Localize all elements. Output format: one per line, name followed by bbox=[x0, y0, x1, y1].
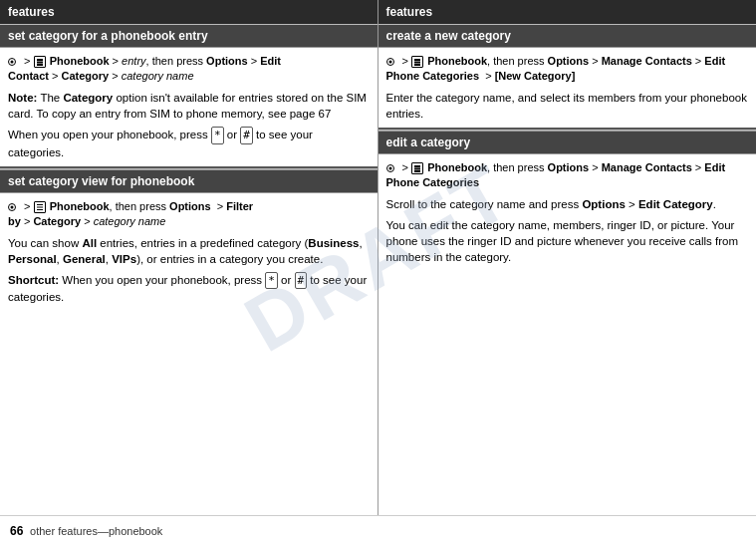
right-column-header: features bbox=[378, 0, 757, 24]
set-category-view-section: set category view for phonebook > Phoneb… bbox=[0, 168, 378, 312]
edit-category-scroll: Scroll to the category name and press Op… bbox=[386, 196, 749, 212]
set-category-entry-section: set category for a phonebook entry > Pho… bbox=[0, 24, 378, 166]
phonebook-icon bbox=[34, 56, 46, 68]
phonebook-icon-3 bbox=[411, 56, 423, 68]
set-category-view-header: set category view for phonebook bbox=[0, 169, 378, 193]
left-panel: features set category for a phonebook en… bbox=[0, 0, 378, 515]
hash-key-2: # bbox=[295, 272, 308, 289]
edit-category-nav: > Phonebook, then press Options > Manage… bbox=[386, 160, 749, 191]
set-category-entry-header: set category for a phonebook entry bbox=[0, 25, 378, 48]
edit-category-desc: You can edit the category name, members,… bbox=[386, 217, 749, 265]
set-category-view-nav: > Phonebook, then press Options > Filter… bbox=[8, 199, 370, 230]
nav-bullet-4 bbox=[386, 164, 394, 172]
set-category-view-desc: You can show All entries, entries in a p… bbox=[8, 235, 370, 267]
set-category-entry-note: Note: The Category option isn't availabl… bbox=[8, 90, 370, 122]
page: DRAFT features set category for a phoneb… bbox=[0, 0, 756, 545]
create-category-nav: > Phonebook, then press Options > Manage… bbox=[386, 54, 749, 85]
create-category-section: create a new category > Phonebook, then … bbox=[378, 24, 757, 128]
phonebook-icon-2 bbox=[34, 201, 46, 213]
left-column-header: features bbox=[0, 0, 378, 24]
phonebook-icon-4 bbox=[411, 162, 423, 174]
nav-bullet-3 bbox=[386, 58, 394, 66]
nav-bullet-2 bbox=[8, 203, 16, 211]
page-number: 66 bbox=[10, 524, 23, 538]
nav-bullet bbox=[8, 58, 16, 66]
edit-category-header: edit a category bbox=[378, 131, 757, 154]
hash-key: # bbox=[240, 127, 253, 143]
star-key: * bbox=[211, 127, 224, 143]
set-category-view-shortcut: Shortcut: When you open your phonebook, … bbox=[8, 272, 370, 306]
right-panel: features create a new category > Phonebo… bbox=[378, 0, 757, 515]
star-key-2: * bbox=[265, 272, 278, 289]
main-content: DRAFT features set category for a phoneb… bbox=[0, 0, 756, 515]
create-category-desc: Enter the category name, and select its … bbox=[386, 90, 749, 122]
edit-category-section: edit a category > Phonebook, then press … bbox=[378, 130, 757, 271]
create-category-header: create a new category bbox=[378, 25, 757, 48]
set-category-entry-nav: > Phonebook > entry, then press Options … bbox=[8, 54, 370, 85]
footer-text: other features—phonebook bbox=[30, 525, 162, 537]
set-category-entry-tip: When you open your phonebook, press * or… bbox=[8, 127, 370, 160]
footer: 66 other features—phonebook bbox=[0, 515, 756, 545]
